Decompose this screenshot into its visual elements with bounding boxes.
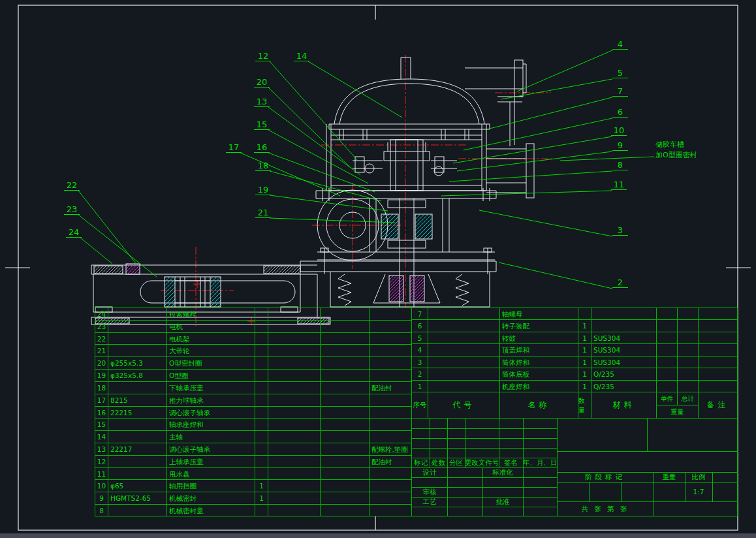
table-row: 15轴承座焊和 — [95, 419, 411, 431]
table-cell: 1 — [412, 381, 428, 392]
bom-header-weight: 重量 — [657, 405, 698, 418]
tb-zone: 分区 — [447, 458, 465, 467]
tb-design: 设计 — [412, 467, 447, 477]
table-cell — [268, 431, 321, 443]
callout-16: 16 — [254, 142, 270, 153]
table-cell: φ255x5.3 — [108, 357, 167, 370]
table-cell — [321, 505, 370, 516]
table-cell — [678, 344, 699, 356]
table-cell — [370, 407, 412, 419]
table-cell: SUS304 — [591, 356, 657, 368]
table-cell — [255, 308, 268, 321]
table-cell — [657, 356, 678, 368]
table-cell: 下轴承压盖 — [167, 382, 255, 394]
callout-21: 21 — [255, 208, 271, 218]
bom-header: 序号 代号 名称 数量 材料 单件 总计 重量 备注 — [411, 392, 738, 419]
table-cell: 17 — [95, 394, 108, 407]
table-cell — [428, 320, 500, 332]
table-cell: 甩水盘 — [167, 468, 255, 481]
table-cell: 23 — [95, 321, 108, 333]
bom-header-unit: 单件 — [657, 392, 678, 405]
table-cell — [321, 468, 370, 481]
table-cell — [578, 308, 591, 320]
table-cell: 转鼓 — [500, 332, 578, 344]
table-cell — [428, 368, 500, 380]
table-cell — [108, 505, 167, 516]
table-cell — [370, 394, 412, 407]
bom-header-seq: 序号 — [412, 392, 428, 418]
table-cell: Q/235 — [591, 368, 657, 380]
window-edge — [0, 533, 756, 538]
table-cell — [268, 407, 321, 419]
table-cell — [370, 431, 412, 443]
table-row: 11甩水盘 — [95, 468, 411, 481]
table-cell: HGMTS2-65 — [108, 492, 167, 505]
table-cell — [321, 345, 370, 357]
table-cell — [321, 492, 370, 505]
lower-bearing-housing — [370, 198, 449, 307]
table-row: 5转鼓1SUS304 — [412, 332, 737, 344]
table-cell — [268, 382, 321, 394]
callout-4: 4 — [612, 39, 628, 50]
seal-note: 储胶车槽 加O型圈密封 — [655, 140, 697, 161]
table-cell — [108, 456, 167, 468]
table-cell: O型密封圈 — [167, 357, 255, 370]
tb-date: 年、月、日 — [523, 458, 557, 467]
table-cell — [321, 321, 370, 333]
tb-standardize: 标准化 — [482, 467, 523, 477]
bom-header-name: 名称 — [500, 392, 578, 418]
tb-mark: 标记 — [412, 458, 430, 467]
table-cell — [657, 308, 678, 320]
table-cell: 21 — [95, 345, 108, 357]
callout-19: 19 — [255, 185, 271, 195]
table-cell: 18 — [95, 382, 108, 394]
table-cell: 1 — [578, 320, 591, 332]
table-cell — [255, 357, 268, 370]
title-block: 标记 处数 分区 更改文件号 签名 年、月、日 设计 标准化 审核 工艺 批准 … — [411, 418, 738, 516]
table-row: 9HGMTS2-65机械密封1 — [95, 492, 411, 505]
table-cell: 22217 — [108, 443, 167, 456]
table-cell: 8 — [95, 505, 108, 516]
table-cell: 2 — [412, 368, 428, 380]
table-row: 3筒体焊和1SUS304 — [412, 356, 737, 368]
callout-24: 24 — [66, 227, 82, 238]
table-cell — [268, 370, 321, 382]
table-cell — [678, 332, 699, 344]
callout-7: 7 — [612, 86, 628, 97]
callout-12: 12 — [255, 51, 271, 61]
table-cell — [370, 308, 412, 321]
tb-stage-mark: 阶段标记 — [557, 472, 654, 482]
callout-18: 18 — [255, 161, 271, 171]
table-cell — [699, 368, 738, 380]
table-cell — [428, 381, 500, 392]
callout-11: 11 — [611, 180, 627, 190]
table-cell — [255, 407, 268, 419]
table-cell — [321, 394, 370, 407]
table-cell — [268, 468, 321, 481]
table-cell — [268, 345, 321, 357]
table-cell — [321, 333, 370, 345]
table-cell — [108, 321, 167, 333]
tb-sheet: 共 张 第 张 — [557, 501, 654, 516]
table-cell: SUS304 — [591, 344, 657, 356]
bom-table-right: 7轴螺母6转子装配15转鼓1SUS3044顶盖焊和1SUS3043筒体焊和1SU… — [411, 308, 738, 392]
tb-approve: 批准 — [482, 497, 523, 507]
cad-canvas[interactable]: 12 14 20 13 15 16 18 19 21 17 22 23 24 4… — [0, 0, 756, 538]
table-cell — [321, 419, 370, 431]
table-row: 19φ325x5.8O型圈 — [95, 370, 411, 382]
table-row: 2筒体底板1Q/235 — [412, 368, 737, 380]
table-cell: 调心滚子轴承 — [167, 407, 255, 419]
table-cell — [657, 368, 678, 380]
table-cell — [108, 333, 167, 345]
bom-table-left: 24拉紧螺栓23电机22电机架21大带轮20φ255x5.3O型密封圈19φ32… — [95, 308, 412, 516]
bom-header-remark: 备注 — [699, 392, 737, 418]
table-cell: 轴承座焊和 — [167, 419, 255, 431]
callout-23: 23 — [64, 204, 80, 215]
table-cell — [699, 344, 738, 356]
callout-14: 14 — [294, 51, 309, 61]
table-cell — [428, 332, 500, 344]
table-cell — [255, 394, 268, 407]
table-cell: 筒体焊和 — [500, 356, 578, 368]
table-cell: 1 — [255, 492, 268, 505]
bom-header-weight-group: 单件 总计 重量 — [657, 392, 699, 418]
